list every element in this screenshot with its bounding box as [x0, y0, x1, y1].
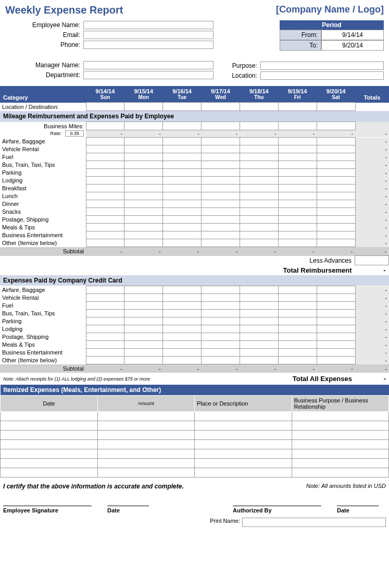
expense-cell[interactable]	[124, 325, 163, 333]
expense-cell[interactable]	[317, 145, 355, 153]
expense-cell[interactable]	[124, 357, 163, 364]
expense-cell[interactable]	[240, 177, 278, 185]
expense-cell[interactable]	[124, 138, 163, 145]
expense-cell[interactable]	[202, 153, 240, 161]
itemized-row[interactable]	[1, 412, 389, 421]
expense-cell[interactable]	[278, 325, 317, 333]
expense-cell[interactable]	[240, 224, 278, 231]
expense-cell[interactable]	[240, 294, 278, 302]
expense-cell[interactable]	[202, 145, 240, 153]
expense-cell[interactable]	[278, 169, 317, 177]
expense-cell[interactable]	[317, 185, 355, 192]
expense-cell[interactable]	[124, 169, 163, 177]
expense-cell[interactable]	[278, 349, 317, 357]
expense-cell[interactable]	[317, 341, 355, 349]
expense-cell[interactable]	[240, 161, 278, 169]
expense-cell[interactable]	[86, 317, 124, 325]
expense-cell[interactable]	[86, 224, 124, 231]
expense-cell[interactable]	[163, 216, 202, 224]
expense-cell[interactable]	[202, 325, 240, 333]
expense-cell[interactable]	[124, 153, 163, 161]
expense-cell[interactable]	[202, 185, 240, 192]
expense-cell[interactable]	[86, 349, 124, 357]
expense-cell[interactable]	[278, 357, 317, 364]
employee-name-input[interactable]	[83, 21, 214, 29]
expense-cell[interactable]	[163, 161, 202, 169]
expense-cell[interactable]	[240, 302, 278, 310]
expense-cell[interactable]	[202, 138, 240, 145]
expense-cell[interactable]	[240, 310, 278, 317]
itemized-row[interactable]	[1, 459, 389, 468]
expense-cell[interactable]	[163, 192, 202, 200]
expense-cell[interactable]	[163, 349, 202, 357]
expense-cell[interactable]	[240, 138, 278, 145]
expense-cell[interactable]	[240, 169, 278, 177]
expense-cell[interactable]	[278, 145, 317, 153]
expense-cell[interactable]	[86, 302, 124, 310]
expense-cell[interactable]	[278, 341, 317, 349]
period-from-value[interactable]: 9/14/14	[321, 30, 384, 40]
expense-cell[interactable]	[202, 310, 240, 317]
expense-cell[interactable]	[278, 286, 317, 294]
expense-cell[interactable]	[124, 286, 163, 294]
expense-cell[interactable]	[278, 310, 317, 317]
expense-cell[interactable]	[240, 286, 278, 294]
expense-cell[interactable]	[278, 192, 317, 200]
expense-cell[interactable]	[317, 169, 355, 177]
expense-cell[interactable]	[202, 216, 240, 224]
expense-cell[interactable]	[163, 302, 202, 310]
expense-cell[interactable]	[317, 325, 355, 333]
expense-cell[interactable]	[86, 161, 124, 169]
expense-cell[interactable]	[124, 341, 163, 349]
expense-cell[interactable]	[240, 325, 278, 333]
expense-cell[interactable]	[202, 341, 240, 349]
expense-cell[interactable]	[202, 169, 240, 177]
expense-cell[interactable]	[317, 200, 355, 208]
expense-cell[interactable]	[317, 161, 355, 169]
expense-cell[interactable]	[163, 224, 202, 231]
expense-cell[interactable]	[317, 239, 355, 247]
expense-cell[interactable]	[202, 349, 240, 357]
itemized-row[interactable]	[1, 468, 389, 477]
expense-cell[interactable]	[124, 310, 163, 317]
expense-cell[interactable]	[317, 216, 355, 224]
expense-cell[interactable]	[163, 325, 202, 333]
expense-cell[interactable]	[163, 208, 202, 216]
expense-cell[interactable]	[163, 341, 202, 349]
expense-cell[interactable]	[317, 224, 355, 231]
expense-cell[interactable]	[86, 357, 124, 364]
expense-cell[interactable]	[317, 317, 355, 325]
expense-cell[interactable]	[278, 239, 317, 247]
expense-cell[interactable]	[124, 294, 163, 302]
expense-cell[interactable]	[240, 341, 278, 349]
expense-cell[interactable]	[317, 294, 355, 302]
expense-cell[interactable]	[163, 169, 202, 177]
expense-cell[interactable]	[317, 138, 355, 145]
expense-cell[interactable]	[317, 177, 355, 185]
expense-cell[interactable]	[240, 192, 278, 200]
expense-cell[interactable]	[240, 239, 278, 247]
expense-cell[interactable]	[317, 286, 355, 294]
expense-cell[interactable]	[278, 216, 317, 224]
expense-cell[interactable]	[124, 161, 163, 169]
expense-cell[interactable]	[86, 333, 124, 341]
expense-cell[interactable]	[86, 294, 124, 302]
expense-cell[interactable]	[86, 208, 124, 216]
expense-cell[interactable]	[86, 239, 124, 247]
email-input[interactable]	[83, 31, 214, 39]
itemized-row[interactable]	[1, 440, 389, 449]
department-input[interactable]	[83, 71, 214, 79]
expense-cell[interactable]	[86, 192, 124, 200]
expense-cell[interactable]	[163, 200, 202, 208]
expense-cell[interactable]	[163, 294, 202, 302]
purpose-input[interactable]	[260, 62, 384, 70]
expense-cell[interactable]	[86, 341, 124, 349]
expense-cell[interactable]	[124, 185, 163, 192]
expense-cell[interactable]	[278, 200, 317, 208]
expense-cell[interactable]	[124, 192, 163, 200]
expense-cell[interactable]	[202, 200, 240, 208]
expense-cell[interactable]	[163, 177, 202, 185]
expense-cell[interactable]	[163, 185, 202, 192]
expense-cell[interactable]	[317, 192, 355, 200]
expense-cell[interactable]	[124, 200, 163, 208]
